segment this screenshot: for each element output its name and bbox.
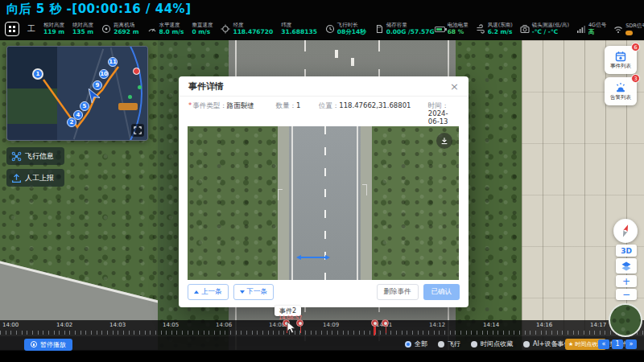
- event-count-value: 1: [296, 101, 300, 109]
- grid-menu-icon[interactable]: [5, 22, 19, 36]
- timeline[interactable]: 14:00 14:02 14:03 14:05 14:06 14:08 14:0…: [0, 320, 644, 335]
- telemetry-4g-signal: 4G信号高: [576, 22, 606, 36]
- annotation-arrow: [296, 253, 330, 261]
- waypoint-marker[interactable]: 11: [108, 57, 118, 67]
- filter-ai-device-events[interactable]: AI+设备事件: [523, 339, 571, 348]
- telemetry-vertical-speed: 垂直速度0 m/s: [192, 22, 213, 36]
- zoom-out-button[interactable]: −: [616, 289, 637, 300]
- time-tick: 14:12: [429, 322, 445, 328]
- event-detail-modal: 事件详情 × *事件类型：路面裂缝 数量：1 位置：118.47662,31.6…: [179, 76, 469, 307]
- pause-playback-button[interactable]: 暂停播放: [24, 339, 72, 351]
- telemetry-relative-altitude: 相对高度119 m: [43, 22, 64, 36]
- drone-icon: [11, 151, 22, 162]
- close-icon[interactable]: ×: [450, 81, 459, 92]
- telemetry-airport-distance: 距离机场2692 m: [101, 22, 138, 36]
- star-icon: ★: [568, 341, 573, 348]
- time-tick: 14:17: [590, 322, 606, 328]
- layers-button[interactable]: [616, 258, 637, 274]
- i-beam-icon: 工: [27, 23, 35, 35]
- next-item-button[interactable]: 下一条: [233, 284, 275, 300]
- modal-title: 事件详情: [188, 80, 224, 93]
- caret-up-icon: [194, 290, 199, 294]
- siren-icon: [615, 82, 626, 93]
- clock-icon: [325, 24, 335, 34]
- time-tick: 14:03: [109, 322, 126, 328]
- event-type-value: 路面裂缝: [227, 101, 254, 109]
- download-button[interactable]: [436, 133, 452, 149]
- event-photo: [188, 126, 459, 280]
- bottom-control-bar: 暂停播放 全部 飞行 时间点收藏 AI+设备事件 人工上报事件 ★ 时间点收藏 …: [0, 335, 644, 351]
- confirm-button[interactable]: 已确认: [423, 284, 460, 300]
- marker-time-label: 14:08:57: [279, 315, 302, 321]
- flight-path: [7, 47, 148, 141]
- telemetry-battery: 电池电量68 %: [435, 22, 469, 36]
- telemetry-absolute-altitude: 绝对高度135 m: [72, 22, 93, 36]
- location-crosshair-icon: [221, 24, 230, 34]
- event-position-label: 位置：: [319, 101, 340, 109]
- telemetry-flight-duration: 飞行时长08分14秒: [325, 22, 366, 36]
- telemetry-wind: 风速(东南)6.2 m/s: [476, 22, 513, 36]
- alarm-count-badge: 3: [631, 74, 640, 83]
- waypoint-marker[interactable]: 1: [32, 68, 43, 80]
- radio-icon: [438, 341, 444, 348]
- wind-icon: [476, 24, 485, 34]
- storage-card-icon: [374, 24, 384, 34]
- timeline-ruler: [0, 331, 644, 335]
- previous-item-button[interactable]: 上一条: [188, 284, 229, 300]
- map-poi-green: [128, 95, 132, 99]
- event-pin[interactable]: [382, 319, 389, 327]
- playback-status: 向后 5 秒 -[00:00:16 / 44%]: [6, 2, 192, 17]
- sdr-level-indicator: [625, 31, 633, 35]
- drone-playback-screen: 向后 5 秒 -[00:00:16 / 44%] 工 相对高度119 m 绝对高…: [0, 0, 644, 362]
- flight-info-button[interactable]: 飞行信息: [6, 147, 64, 165]
- event-count-label: 数量：: [275, 101, 296, 109]
- manual-report-button[interactable]: 人工上报: [6, 169, 64, 187]
- top-bar: 向后 5 秒 -[00:00:16 / 44%] 工 相对高度119 m 绝对高…: [0, 0, 644, 40]
- page-next-button[interactable]: »: [625, 339, 637, 349]
- pause-icon: [31, 341, 37, 348]
- pagination: « 1 »: [598, 339, 637, 349]
- alarm-list-button[interactable]: 3 告警列表: [605, 77, 637, 105]
- time-tick: 14:16: [536, 322, 552, 328]
- radio-icon: [405, 341, 411, 348]
- compass[interactable]: [613, 219, 638, 243]
- time-tick: 14:09: [323, 322, 339, 328]
- caret-down-icon: [240, 290, 245, 294]
- time-tick: 14:05: [163, 322, 179, 328]
- minimap[interactable]: 1 2 5 4 9 10 11: [6, 46, 148, 141]
- photo-shoulder: [361, 126, 372, 280]
- filter-time-favorites[interactable]: 时间点收藏: [471, 339, 513, 348]
- airport-icon: [101, 24, 111, 34]
- telemetry-horizontal-speed: 水平速度8.0 m/s: [147, 22, 184, 36]
- filter-all[interactable]: 全部: [405, 339, 427, 348]
- download-icon: [440, 137, 448, 145]
- time-tick: 14:14: [483, 322, 499, 328]
- waypoint-marker[interactable]: 10: [99, 69, 109, 79]
- event-list-button[interactable]: 6 事件列表: [605, 46, 637, 74]
- view-3d-button[interactable]: 3D: [616, 245, 637, 257]
- delete-event-button[interactable]: 删除事件: [377, 284, 419, 300]
- layers-icon: [621, 261, 632, 272]
- telemetry-bar: 工 相对高度119 m 绝对高度135 m 距离机场2692 m 水平速度8.0…: [0, 18, 644, 40]
- event-pin[interactable]: [371, 319, 378, 327]
- waypoint-marker[interactable]: 4: [73, 110, 83, 120]
- filter-flight[interactable]: 飞行: [438, 339, 460, 348]
- time-tick: 14:00: [2, 322, 19, 328]
- event-count-badge: 6: [631, 43, 640, 51]
- telemetry-sdr-signal: SDR信号: [613, 23, 644, 35]
- camera-icon: [520, 24, 530, 34]
- page-number[interactable]: 1: [612, 339, 623, 349]
- mouse-cursor: [287, 321, 296, 334]
- upload-icon: [11, 173, 22, 183]
- signal-bars-icon: [576, 24, 586, 34]
- expand-icon: [134, 126, 142, 134]
- event-position-value: 118.47662,31.68801: [339, 101, 411, 109]
- event-type-label: 事件类型：: [192, 101, 227, 109]
- page-prev-button[interactable]: «: [598, 339, 609, 349]
- zoom-in-button[interactable]: +: [616, 275, 637, 287]
- radio-icon: [523, 341, 530, 348]
- wifi-icon: [613, 24, 623, 34]
- speed-gauge-icon: [147, 24, 157, 34]
- minimap-expand-button[interactable]: [131, 124, 144, 137]
- map-preview-thumbnail[interactable]: [609, 303, 642, 337]
